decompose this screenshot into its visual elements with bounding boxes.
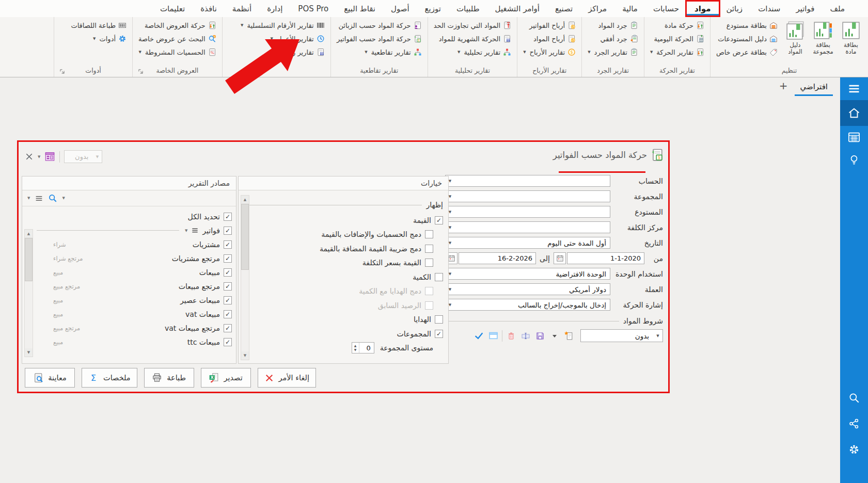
ribbon-item[interactable]: تقارير تحليلية▼: [432, 45, 513, 59]
ribbon-item[interactable]: حركة المواد حسب الزبائن: [335, 19, 423, 32]
menu-icon[interactable]: [35, 194, 43, 203]
delete-icon[interactable]: [505, 330, 517, 342]
ribbon-item[interactable]: بطاقة عرض خاص: [715, 45, 779, 59]
from-date-input[interactable]: 1-1-2020: [567, 252, 644, 264]
sources-scrollbar[interactable]: ▲ ▼: [24, 229, 33, 357]
checkbox[interactable]: ✓: [224, 282, 232, 291]
ribbon-item[interactable]: %الحسميات المشروطة▼: [137, 45, 218, 59]
search-icon[interactable]: [48, 194, 57, 203]
ribbon-big-button[interactable]: بطاقة مادة: [838, 19, 864, 55]
menu-item-أنظمة[interactable]: أنظمة: [225, 2, 259, 15]
menu-item-تصنيع[interactable]: تصنيع: [547, 2, 580, 15]
calendar-icon[interactable]: [554, 252, 566, 264]
tab-default[interactable]: افتراضي: [795, 79, 833, 96]
checkbox[interactable]: ✓: [224, 338, 232, 346]
options-scrollbar[interactable]: ▲ ▼: [241, 195, 249, 360]
ribbon-item[interactable]: $تقارير الأرباح▼: [522, 45, 577, 59]
طباعة-button[interactable]: طباعة: [144, 368, 194, 388]
تصدير-button[interactable]: تصديرX: [201, 368, 251, 388]
checkbox[interactable]: ✓: [224, 240, 232, 249]
scroll-up-icon[interactable]: ▲: [25, 230, 33, 238]
checkbox[interactable]: ✓: [224, 268, 232, 277]
checkbox[interactable]: [435, 273, 443, 281]
dialog-launcher-icon[interactable]: [59, 68, 65, 76]
menu-item-نقاط البيع[interactable]: نقاط البيع: [336, 2, 383, 15]
checkbox[interactable]: [435, 315, 443, 324]
ribbon-item[interactable]: تقارير تقاطعية▼: [335, 45, 423, 59]
checkbox[interactable]: ✓: [224, 227, 232, 235]
menu-item-إدارة[interactable]: إدارة: [259, 2, 290, 15]
sidebar-menu-icon[interactable]: [840, 77, 868, 100]
ribbon-item[interactable]: $أرباح الفواتير: [522, 19, 577, 32]
chevron-down-icon[interactable]: ▼: [38, 155, 40, 159]
menu-item-سندات[interactable]: سندات: [750, 2, 788, 15]
إلغاء الأمر-button[interactable]: إلغاء الأمر: [258, 368, 316, 388]
ribbon-item[interactable]: الحركة اليومية: [649, 32, 706, 45]
checkbox[interactable]: ✓: [435, 216, 443, 224]
ribbon-item[interactable]: حركة العروض الخاصة: [137, 19, 218, 32]
menu-item-أصول[interactable]: أصول: [383, 2, 417, 15]
ribbon-item[interactable]: حركة مادة: [649, 19, 706, 32]
menu-item-أوامر التشغيل[interactable]: أوامر التشغيل: [487, 2, 547, 15]
checkbox[interactable]: ✓: [435, 330, 443, 338]
form-window-icon[interactable]: [44, 151, 55, 162]
ribbon-item[interactable]: دليل المستودعات: [715, 32, 779, 45]
checkbox[interactable]: ✓: [224, 324, 232, 332]
checkbox[interactable]: [425, 301, 433, 310]
group-level-stepper[interactable]: ▲▼ 0: [352, 342, 374, 353]
ribbon-item[interactable]: الحركة الشهرية للمواد: [432, 32, 513, 45]
window-icon[interactable]: [487, 330, 499, 342]
preset-combo[interactable]: ▼ بدون: [64, 150, 102, 163]
sidebar-lightbulb-icon[interactable]: [840, 149, 868, 171]
scroll-thumb[interactable]: [25, 238, 33, 281]
ribbon-item[interactable]: بطاقة مستودع: [715, 19, 779, 32]
scroll-down-icon[interactable]: ▼: [25, 348, 33, 357]
menu-item-طلبيات[interactable]: طلبيات: [449, 2, 487, 15]
menu-item-مالية[interactable]: مالية: [614, 2, 645, 15]
combo-الحساب[interactable]: ▼: [445, 175, 610, 187]
checkbox[interactable]: [425, 245, 433, 253]
rename-icon[interactable]: [519, 330, 531, 342]
sidebar-share-icon[interactable]: [840, 411, 868, 437]
ribbon-item[interactable]: أدوات▼: [69, 32, 128, 45]
close-icon[interactable]: [25, 152, 34, 161]
chevron-down-icon[interactable]: ▼: [62, 196, 65, 200]
chevron-down-icon[interactable]: ▼: [27, 196, 30, 200]
conditions-combo[interactable]: ▼بدون: [580, 329, 663, 342]
tree-menu-icon[interactable]: [191, 227, 199, 234]
combo-المجموعة[interactable]: ▼: [445, 190, 610, 202]
ribbon-item[interactable]: $حركة المواد حسب الفواتير: [335, 32, 423, 45]
sidebar-calendar-icon[interactable]: [840, 126, 868, 149]
scroll-down-icon[interactable]: ▼: [241, 351, 249, 360]
menu-item-ملف[interactable]: ملف: [822, 2, 853, 15]
sidebar-search-icon[interactable]: [840, 385, 868, 411]
scroll-thumb[interactable]: [241, 204, 249, 270]
save-icon[interactable]: [534, 330, 546, 342]
checkbox[interactable]: [425, 287, 433, 295]
chevron-down-icon[interactable]: ▼: [185, 229, 187, 233]
dialog-launcher-icon[interactable]: [138, 68, 144, 76]
checkbox[interactable]: ✓: [224, 310, 232, 318]
menu-item-مراكز[interactable]: مراكز: [580, 2, 614, 15]
menu-item-زبائن[interactable]: زبائن: [719, 2, 751, 15]
menu-item-حسابات[interactable]: حسابات: [645, 2, 687, 15]
ribbon-item[interactable]: البحث عن عروض خاصة: [137, 32, 218, 45]
combo-استخدام الوحدة[interactable]: الوحدة الافتراضية▼: [445, 268, 610, 280]
checkbox[interactable]: ✓: [224, 213, 232, 221]
sidebar-settings-icon[interactable]: [840, 437, 868, 462]
menu-item-توزيع[interactable]: توزيع: [417, 2, 449, 15]
combo-التاريخ[interactable]: أول المدة حتى اليوم▼: [445, 237, 610, 249]
sidebar-home-icon[interactable]: [840, 100, 868, 126]
combo-مركز الكلفة[interactable]: ▼: [445, 221, 610, 233]
combo-المستودع[interactable]: ▼: [445, 206, 610, 218]
ribbon-item[interactable]: تقارير الأرقام التسلسلية▼: [239, 19, 326, 32]
ribbon-item[interactable]: تقارير الحركة▼: [649, 45, 706, 59]
menu-item-POS Pro[interactable]: POS Pro: [290, 2, 336, 15]
scroll-up-icon[interactable]: ▲: [241, 196, 249, 204]
checkbox[interactable]: ✓: [224, 296, 232, 304]
menu-item-تعليمات[interactable]: تعليمات: [152, 2, 193, 15]
ملخصات-button[interactable]: ملخصاتΣ: [82, 368, 137, 388]
combo-إشارة الحركة[interactable]: إدخال بالموجب/إخراج بالسالب▼: [445, 299, 610, 311]
ribbon-item[interactable]: طباعة اللصاقات: [69, 19, 128, 32]
checkbox[interactable]: ✓: [224, 254, 232, 263]
